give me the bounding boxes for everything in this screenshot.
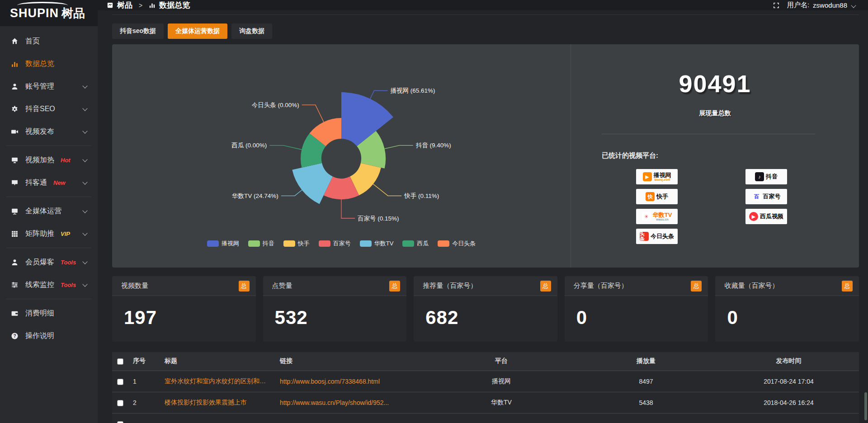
stat-card-4: 收藏量（百家号）总0 — [715, 276, 859, 342]
breadcrumb-item[interactable]: 数据总览 — [159, 0, 190, 10]
rose-slice-华数TV[interactable] — [292, 163, 333, 204]
sidebar-item-clue-monitor[interactable]: 线索监控Tools — [0, 273, 98, 296]
platform-name: 百家号 — [763, 193, 781, 200]
header-divider — [112, 14, 859, 15]
platform-name: 今日头条 — [651, 233, 674, 240]
user-menu[interactable]: 用户名: zswodun88 — [787, 1, 855, 9]
label-line — [373, 184, 401, 196]
chevron-down-icon — [82, 106, 87, 111]
sidebar-item-omni-media-operation[interactable]: 全媒体运营 — [0, 200, 98, 222]
total-badge[interactable]: 总 — [389, 281, 400, 291]
sidebar-nav: 首页数据总览账号管理抖音SEO视频发布视频加热Hot抖客通New全媒体运营矩阵助… — [0, 26, 98, 423]
platform-badge-今日头条[interactable]: 头条今日头条 — [636, 229, 678, 244]
sidebar-item-member-baoke[interactable]: 会员爆客Tools — [0, 251, 98, 273]
stat-cards: 视频数量总197点赞量总532推荐量（百家号）总682分享量（百家号）总0收藏量… — [112, 276, 859, 342]
col-header-3: 平台 — [429, 352, 574, 371]
sidebar-item-consumption-detail[interactable]: 消费明细 — [0, 302, 98, 324]
cell-platform: 播视网 — [429, 371, 574, 392]
platform-badge-快手[interactable]: 快快手 — [636, 189, 678, 204]
label-line — [269, 146, 302, 150]
platform-logo-icon: ♪ — [755, 172, 764, 181]
row-checkbox[interactable] — [117, 421, 123, 423]
sidebar-item-home[interactable]: 首页 — [0, 30, 98, 52]
total-impressions-value: 90491 — [571, 70, 859, 98]
sidebar-item-badge: VIP — [61, 230, 70, 237]
col-header-5: 发布时间 — [718, 352, 859, 371]
video-icon — [11, 128, 19, 136]
sidebar-item-badge: Tools — [61, 282, 76, 288]
stat-card-value: 197 — [112, 296, 256, 329]
table-row: 2楼体投影灯投影效果震撼上市http://www.wasu.cn/Play/sh… — [112, 392, 859, 413]
sidebar-item-instructions[interactable]: ?操作说明 — [0, 324, 98, 347]
page-scrollbar-thumb[interactable] — [864, 392, 867, 420]
chevron-down-icon — [82, 179, 87, 184]
sidebar-item-video-publish[interactable]: 视频发布 — [0, 120, 98, 143]
label-line — [281, 190, 302, 196]
legend-item-华数TV[interactable]: 华数TV — [360, 240, 394, 248]
platform-badge-百家号[interactable]: 百百家号 — [745, 189, 787, 204]
sidebar-divider — [6, 197, 91, 197]
stat-card-1: 点赞量总532 — [263, 276, 407, 342]
sidebar-item-label: 会员爆客 — [25, 258, 54, 267]
fullscreen-icon[interactable] — [773, 2, 780, 9]
cell-no: 2 — [128, 392, 160, 413]
label-line — [370, 91, 388, 99]
platform-name: 快手 — [656, 193, 668, 200]
sidebar-divider — [6, 146, 91, 146]
platform-badges: ▶播视网boosj.com♪抖音快快手百百家号✳华数TVwasu.cn▶西瓜视频… — [636, 169, 859, 244]
stat-card-title: 视频数量 — [121, 282, 148, 290]
col-header-4: 播放量 — [574, 352, 718, 371]
tab-0[interactable]: 抖音seo数据 — [112, 24, 164, 39]
legend-item-快手[interactable]: 快手 — [283, 240, 310, 248]
platform-name: 播视网 — [654, 172, 671, 179]
tab-1[interactable]: 全媒体运营数据 — [168, 24, 227, 39]
app-logo[interactable]: SHUPIN 树品 — [0, 0, 98, 26]
sidebar-item-douketong[interactable]: 抖客通New — [0, 171, 98, 194]
legend-item-播视网[interactable]: 播视网 — [207, 240, 239, 248]
cell-title-link[interactable]: 室外水纹灯和室内水纹灯的区别和简介 — [160, 371, 275, 392]
stat-card-title: 收藏量（百家号） — [724, 282, 778, 290]
sidebar-item-matrix-boost[interactable]: 矩阵助推VIP — [0, 222, 98, 245]
row-checkbox[interactable] — [117, 400, 123, 406]
cell-url-link[interactable]: http://www.boosj.com/7338468.html — [275, 371, 429, 392]
select-all-checkbox[interactable] — [117, 358, 123, 365]
sidebar-item-label: 消费明细 — [25, 309, 54, 318]
legend-item-百家号[interactable]: 百家号 — [319, 240, 351, 248]
legend-label: 快手 — [298, 240, 310, 248]
platform-badge-抖音[interactable]: ♪抖音 — [745, 169, 787, 184]
total-badge[interactable]: 总 — [540, 281, 551, 291]
stat-card-header: 点赞量总 — [263, 276, 407, 296]
platform-logo-icon: ▶ — [749, 212, 758, 221]
platform-logo-icon: 头条 — [640, 232, 649, 241]
total-badge[interactable]: 总 — [239, 281, 250, 291]
sidebar-item-label: 视频发布 — [25, 127, 54, 136]
cell-title-link[interactable]: 楼体投影灯投影效果震撼上市 — [160, 392, 275, 413]
table-row-partial — [112, 413, 859, 423]
breadcrumb-item[interactable]: 树品 — [117, 0, 132, 10]
platform-badge-西瓜视频[interactable]: ▶西瓜视频 — [745, 209, 787, 224]
legend-item-抖音[interactable]: 抖音 — [248, 240, 274, 248]
platforms-label: 已统计的视频平台: — [602, 151, 859, 160]
label-line — [302, 105, 324, 122]
col-header-1: 标题 — [160, 352, 275, 371]
sidebar-item-douyin-seo[interactable]: 抖音SEO — [0, 98, 98, 120]
sidebar-item-account-management[interactable]: 账号管理 — [0, 75, 98, 98]
username-prefix: 用户名: — [787, 1, 809, 9]
label-line — [385, 146, 413, 149]
platform-badge-华数TV[interactable]: ✳华数TVwasu.cn — [636, 209, 678, 224]
sidebar: SHUPIN 树品 首页数据总览账号管理抖音SEO视频发布视频加热Hot抖客通N… — [0, 0, 98, 423]
total-badge[interactable]: 总 — [842, 281, 853, 291]
legend-item-今日头条[interactable]: 今日头条 — [438, 240, 476, 248]
sidebar-item-data-overview[interactable]: 数据总览 — [0, 52, 98, 75]
row-checkbox[interactable] — [117, 379, 123, 385]
total-badge[interactable]: 总 — [691, 281, 702, 291]
sidebar-item-video-heating[interactable]: 视频加热Hot — [0, 149, 98, 171]
help-icon: ? — [11, 332, 19, 340]
legend-item-西瓜[interactable]: 西瓜 — [402, 240, 429, 248]
stat-card-title: 推荐量（百家号） — [423, 282, 477, 290]
sidebar-item-badge: New — [53, 179, 66, 186]
member-icon — [11, 258, 19, 266]
tab-2[interactable]: 询盘数据 — [231, 24, 272, 39]
platform-badge-播视网[interactable]: ▶播视网boosj.com — [636, 169, 678, 184]
cell-url-link[interactable]: http://www.wasu.cn/Play/show/id/952... — [275, 392, 429, 413]
